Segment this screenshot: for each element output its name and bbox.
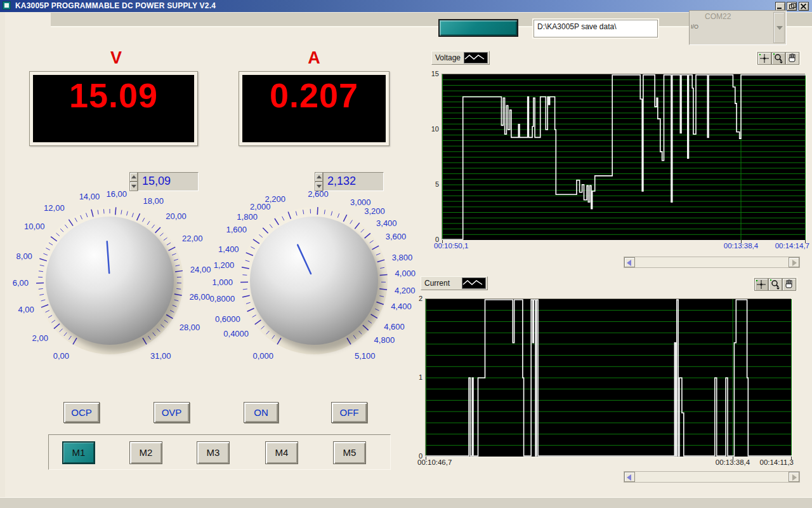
cursor-crosshair-icon[interactable] [754, 278, 768, 291]
memory-m5-button[interactable]: M5 [333, 441, 366, 464]
scroll-left-icon[interactable] [624, 472, 635, 482]
voltage-xtick: 00:10:50,1 [434, 242, 487, 250]
voltage-display: 15.09 [29, 71, 198, 146]
legend-label: Voltage [435, 53, 461, 62]
current-display: 0.207 [239, 71, 390, 146]
knob-scale-label: 3,800 [392, 253, 413, 262]
ocp-button[interactable]: OCP [63, 402, 100, 423]
knob-scale-label: 4,400 [391, 302, 412, 311]
knob-scale-label: 20,00 [166, 211, 187, 221]
knob-scale-label: 16,00 [107, 189, 128, 199]
knob-ball[interactable] [46, 217, 174, 345]
knob-scale-label: 3,600 [386, 232, 407, 241]
knob-tick [317, 207, 318, 215]
voltage-readout: 15.09 [33, 75, 194, 142]
current-xtick: 00:10:46,7 [417, 458, 471, 466]
visa-io-icon: I/O [691, 25, 700, 29]
knob-scale-label: 14,00 [79, 192, 100, 201]
knob-scale-label: 0,4000 [223, 329, 249, 338]
knob-scale-label: 12,00 [44, 203, 65, 213]
voltage-xtick: 00:14:14,7 [756, 242, 809, 250]
plot-style-icon [462, 277, 486, 289]
legend-label: Current [424, 279, 450, 288]
close-icon[interactable] [799, 2, 809, 11]
knob-scale-label: 5,100 [355, 351, 376, 361]
pan-hand-icon[interactable] [782, 278, 796, 291]
voltage-chart-scrollbar[interactable] [624, 257, 800, 268]
knob-scale-label: 3,000 [350, 197, 371, 207]
voltage-unit-label: V [88, 48, 145, 68]
front-panel: D:\KA3005P save data\ I/O COM22 V A 15.0… [0, 12, 812, 497]
current-chart-scrollbar[interactable] [624, 471, 800, 483]
current-ytick: 1 [403, 373, 422, 381]
ovp-button[interactable]: OVP [154, 402, 190, 423]
current-chart-plot[interactable] [426, 299, 792, 457]
zoom-icon[interactable] [771, 52, 785, 65]
current-graph-palette [753, 277, 797, 291]
app-icon [3, 1, 11, 10]
knob-scale-label: 2,00 [32, 333, 48, 343]
knob-scale-label: 4,200 [395, 286, 416, 295]
knob-scale-label: 4,00 [18, 305, 34, 314]
window-bottom-border [0, 497, 812, 508]
output-off-button[interactable]: OFF [331, 402, 367, 423]
record-save-button[interactable] [438, 19, 518, 37]
current-knob[interactable]: 0,0000,40000,60000,80001,0001,2001,4001,… [193, 179, 435, 385]
knob-scale-label: 1,400 [218, 244, 239, 254]
voltage-ytick: 5 [420, 180, 439, 188]
scroll-right-icon[interactable] [789, 472, 799, 482]
memory-m3-button[interactable]: M3 [197, 441, 230, 464]
knob-scale-label: 2,600 [308, 189, 329, 199]
pan-hand-icon[interactable] [785, 52, 799, 65]
current-readout: 0.207 [242, 75, 386, 142]
current-ytick: 2 [403, 295, 422, 302]
current-unit-label: A [285, 48, 343, 68]
current-xtick: 00:14:11,3 [740, 458, 794, 466]
knob-scale-label: 4,000 [395, 269, 416, 278]
zoom-icon[interactable] [768, 278, 782, 291]
voltage-ytick: 10 [420, 125, 439, 133]
plot-style-icon [464, 52, 488, 64]
knob-tick [242, 275, 247, 276]
knob-tick [115, 207, 116, 215]
knob-scale-label: 10,00 [24, 222, 45, 231]
save-path-field[interactable]: D:\KA3005P save data\ [534, 20, 658, 37]
knob-scale-label: 8,00 [16, 251, 32, 261]
knob-scale-label: 1,800 [237, 212, 258, 222]
knob-scale-label: 4,800 [374, 335, 395, 345]
voltage-ytick: 15 [420, 70, 439, 77]
knob-scale-label: 3,400 [376, 218, 397, 228]
knob-scale-label: 2,200 [265, 194, 285, 204]
scroll-right-icon[interactable] [789, 257, 799, 267]
knob-scale-label: 18,00 [143, 196, 164, 206]
knob-scale-label: 0,00 [53, 351, 69, 361]
cursor-crosshair-icon[interactable] [757, 52, 771, 65]
knob-scale-label: 6,00 [13, 278, 29, 288]
knob-scale-label: 1,600 [226, 225, 247, 234]
minimize-icon[interactable] [775, 2, 785, 11]
knob-ball[interactable] [250, 217, 378, 345]
memory-m1-button[interactable]: M1 [62, 441, 95, 464]
knob-scale-label: 31,00 [150, 351, 171, 361]
memory-m2-button[interactable]: M2 [129, 441, 162, 464]
current-chart-legend[interactable]: Current [421, 276, 488, 290]
scroll-left-icon[interactable] [624, 257, 635, 267]
voltage-chart-plot[interactable] [442, 74, 806, 240]
restore-window-icon[interactable] [787, 2, 797, 11]
knob-scale-label: 0,8000 [209, 294, 235, 304]
com-port-select[interactable]: I/O COM22 [689, 10, 787, 45]
knob-scale-label: 0,000 [252, 351, 273, 361]
knob-scale-label: 3,200 [364, 206, 385, 216]
voltage-chart-legend[interactable]: Voltage [431, 51, 490, 65]
knob-scale-label: 4,600 [384, 322, 405, 331]
window-title: KA3005P PROGRAMMABLE DC POWER SUPPLY V2.… [15, 0, 216, 12]
output-on-button[interactable]: ON [244, 402, 278, 423]
knob-scale-label: 1,000 [212, 277, 233, 287]
knob-tick [103, 209, 104, 213]
chevron-down-icon [776, 26, 783, 30]
com-dropdown[interactable] [773, 12, 785, 43]
memory-m4-button[interactable]: M4 [265, 441, 298, 464]
application-window: KA3005P PROGRAMMABLE DC POWER SUPPLY V2.… [0, 0, 812, 508]
memory-panel: M1 M2 M3 M4 M5 [48, 434, 391, 470]
com-port-value: COM22 [705, 12, 731, 21]
